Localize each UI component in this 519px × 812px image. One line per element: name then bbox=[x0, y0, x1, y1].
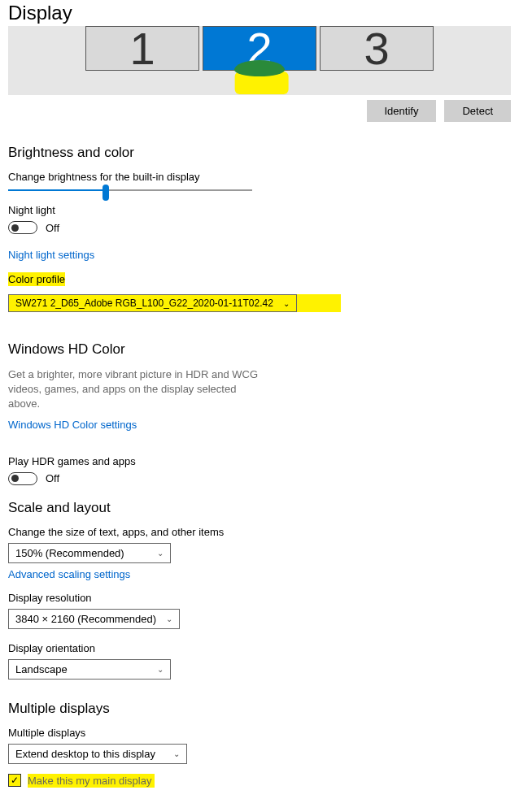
color-profile-label: Color profile bbox=[8, 272, 65, 286]
brightness-slider-label: Change brightness for the built-in displ… bbox=[8, 171, 511, 183]
chevron-down-icon: ⌄ bbox=[283, 299, 290, 308]
multiple-displays-value: Extend desktop to this display bbox=[15, 748, 155, 760]
annotation-green-mark bbox=[234, 60, 285, 76]
text-size-label: Change the size of text, apps, and other… bbox=[8, 526, 511, 538]
section-hdcolor-title: Windows HD Color bbox=[8, 341, 511, 358]
chevron-down-icon: ⌄ bbox=[157, 665, 164, 674]
main-display-label: Make this my main display bbox=[28, 774, 155, 788]
annotation-yellow-extension bbox=[297, 294, 341, 312]
text-size-value: 150% (Recommended) bbox=[15, 547, 124, 559]
monitor-1[interactable]: 1 bbox=[85, 26, 199, 71]
chevron-down-icon: ⌄ bbox=[173, 749, 180, 758]
orientation-dropdown[interactable]: Landscape ⌄ bbox=[8, 659, 171, 680]
monitor-3[interactable]: 3 bbox=[320, 26, 434, 71]
orientation-value: Landscape bbox=[15, 663, 68, 675]
resolution-dropdown[interactable]: 3840 × 2160 (Recommended) ⌄ bbox=[8, 609, 180, 629]
chevron-down-icon: ⌄ bbox=[157, 549, 164, 558]
text-size-dropdown[interactable]: 150% (Recommended) ⌄ bbox=[8, 543, 171, 563]
night-light-label: Night light bbox=[8, 204, 511, 216]
section-brightness-title: Brightness and color bbox=[8, 145, 511, 161]
hdcolor-description: Get a brighter, more vibrant picture in … bbox=[8, 367, 268, 412]
hdr-toggle[interactable] bbox=[8, 472, 37, 485]
resolution-label: Display resolution bbox=[8, 592, 511, 604]
identify-button[interactable]: Identify bbox=[367, 100, 437, 122]
section-scale-title: Scale and layout bbox=[8, 500, 511, 516]
orientation-label: Display orientation bbox=[8, 642, 511, 654]
multiple-displays-dropdown[interactable]: Extend desktop to this display ⌄ bbox=[8, 744, 187, 764]
detect-button[interactable]: Detect bbox=[444, 100, 511, 122]
color-profile-value: SW271 2_D65_Adobe RGB_L100_G22_2020-01-1… bbox=[15, 297, 273, 309]
night-light-state: Off bbox=[46, 222, 59, 234]
hdcolor-settings-link[interactable]: Windows HD Color settings bbox=[8, 419, 137, 431]
display-arrangement-area: 1 2 3 bbox=[8, 26, 511, 95]
main-display-checkbox[interactable]: ✓ bbox=[8, 774, 21, 787]
section-multiple-title: Multiple displays bbox=[8, 701, 511, 717]
color-profile-dropdown[interactable]: SW271 2_D65_Adobe RGB_L100_G22_2020-01-1… bbox=[8, 294, 297, 312]
page-title: Display bbox=[8, 2, 511, 24]
brightness-slider[interactable] bbox=[8, 189, 252, 191]
multiple-displays-label: Multiple displays bbox=[8, 727, 511, 739]
hdr-toggle-state: Off bbox=[46, 472, 59, 484]
hdr-toggle-label: Play HDR games and apps bbox=[8, 455, 511, 467]
advanced-scaling-link[interactable]: Advanced scaling settings bbox=[8, 568, 130, 580]
check-icon: ✓ bbox=[11, 775, 19, 786]
resolution-value: 3840 × 2160 (Recommended) bbox=[15, 613, 156, 625]
chevron-down-icon: ⌄ bbox=[166, 614, 172, 623]
night-light-toggle[interactable] bbox=[8, 221, 37, 234]
night-light-settings-link[interactable]: Night light settings bbox=[8, 249, 94, 261]
